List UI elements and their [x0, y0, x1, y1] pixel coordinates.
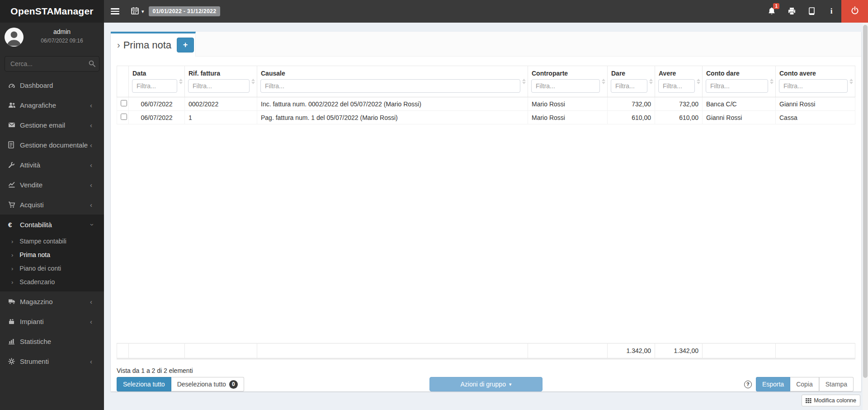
- sort-arrows-icon[interactable]: [522, 78, 526, 85]
- row-checkbox[interactable]: [121, 100, 127, 106]
- total-empty: [117, 343, 129, 358]
- sort-arrows-icon[interactable]: [251, 78, 255, 85]
- scrollbar[interactable]: [863, 23, 868, 410]
- sidebar-item-magazzino[interactable]: Magazzino ‹: [0, 291, 104, 311]
- filter-controparte-input[interactable]: [531, 79, 600, 93]
- sidebar-item-piano-dei-conti[interactable]: › Piano dei conti: [0, 262, 104, 275]
- add-record-button[interactable]: +: [177, 38, 194, 52]
- sidebar-item-anagrafiche[interactable]: Anagrafiche ‹: [0, 95, 104, 115]
- sidebar-item-impianti[interactable]: Impianti ‹: [0, 311, 104, 331]
- total-empty: [528, 343, 608, 358]
- filter-dare-input[interactable]: [611, 79, 647, 93]
- col-header-rif-fattura[interactable]: Rif. fattura: [185, 66, 257, 97]
- sort-arrows-icon[interactable]: [179, 78, 183, 85]
- filter-conto-avere-input[interactable]: [779, 79, 848, 93]
- search-icon[interactable]: [88, 60, 96, 69]
- sidebar-toggle-button[interactable]: [104, 0, 126, 23]
- total-empty: [703, 343, 776, 358]
- select-all-button[interactable]: Seleziona tutto: [117, 377, 171, 391]
- sidebar-item-statistiche[interactable]: Statistiche: [0, 331, 104, 351]
- sidebar-item-attivita[interactable]: Attività ‹: [0, 155, 104, 175]
- total-empty: [257, 343, 528, 358]
- selected-count-badge: 0: [229, 380, 238, 389]
- table-row[interactable]: 06/07/2022 0002/2022 Inc. fattura num. 0…: [117, 97, 855, 111]
- col-header-conto-dare[interactable]: Conto dare: [703, 66, 776, 97]
- date-range-badge[interactable]: 01/01/2022 - 31/12/2022: [149, 6, 221, 16]
- grid-icon: [806, 398, 811, 403]
- hamburger-icon: [111, 7, 119, 16]
- sidebar-item-strumenti[interactable]: Strumenti ‹: [0, 351, 104, 371]
- sort-arrows-icon[interactable]: [602, 78, 606, 85]
- tab-strip: › Prima nota +: [111, 32, 861, 57]
- submenu-item-label: Prima nota: [19, 251, 50, 258]
- sidebar-item-label: Dashboard: [20, 81, 104, 89]
- sidebar-item-scadenzario[interactable]: › Scadenzario: [0, 275, 104, 289]
- filter-rif-fattura-input[interactable]: [188, 79, 250, 93]
- docs-button[interactable]: [802, 0, 821, 23]
- tab-prima-nota[interactable]: › Prima nota +: [111, 32, 196, 57]
- group-actions-button[interactable]: Azioni di gruppo ▾: [429, 377, 542, 391]
- sidebar-item-gestione-email[interactable]: Gestione email ‹: [0, 115, 104, 135]
- logout-button[interactable]: [841, 0, 868, 23]
- table-row[interactable]: 06/07/2022 1 Pag. fattura num. 1 del 05/…: [117, 111, 855, 124]
- row-checkbox[interactable]: [121, 114, 127, 120]
- truck-icon: [8, 298, 20, 305]
- gear-icon: [8, 358, 20, 365]
- submenu-item-label: Stampe contabili: [19, 238, 66, 245]
- actions-bar: Seleziona tutto Deseleziona tutto 0 Azio…: [117, 377, 855, 392]
- notifications-button[interactable]: 1: [762, 0, 782, 23]
- column-label: Conto avere: [776, 66, 855, 77]
- info-button[interactable]: i: [821, 0, 841, 23]
- sidebar-item-dashboard[interactable]: Dashboard: [0, 75, 104, 95]
- calendar-button[interactable]: ▾: [126, 0, 146, 23]
- col-header-conto-avere[interactable]: Conto avere: [776, 66, 855, 97]
- filter-data-input[interactable]: [132, 79, 177, 93]
- chevron-left-icon: ‹: [90, 101, 92, 109]
- sidebar-item-stampe-contabili[interactable]: › Stampe contabili: [0, 234, 104, 248]
- sidebar-item-label: Statistiche: [20, 338, 104, 345]
- cell-conto-dare: Banca C/C: [703, 97, 776, 111]
- chevron-right-icon: ›: [11, 279, 13, 286]
- app-logo[interactable]: OpenSTAManager: [0, 0, 104, 23]
- chevron-right-icon: ›: [11, 238, 13, 245]
- filter-avere-input[interactable]: [658, 79, 695, 93]
- notification-count-badge: 1: [773, 3, 779, 9]
- search-input[interactable]: [5, 56, 99, 72]
- edit-columns-button[interactable]: Modifica colonne: [802, 395, 860, 406]
- col-header-avere[interactable]: Avere: [655, 66, 703, 97]
- records-table: Data Rif. fattura Causale: [117, 66, 855, 124]
- print-button[interactable]: [782, 0, 802, 23]
- col-header-controparte[interactable]: Controparte: [528, 66, 608, 97]
- group-actions-wrap: Azioni di gruppo ▾: [429, 377, 542, 391]
- cart-icon: [8, 201, 20, 208]
- sidebar-item-vendite[interactable]: Vendite ‹: [0, 175, 104, 195]
- sidebar-item-contabilita[interactable]: € Contabilità ›: [0, 215, 104, 234]
- cell-rif-fattura: 0002/2022: [185, 97, 257, 111]
- table-header-row: Data Rif. fattura Causale: [117, 66, 855, 97]
- envelope-icon: [8, 122, 20, 128]
- cell-causale: Pag. fattura num. 1 del 05/07/2022 (Mari…: [257, 111, 528, 124]
- copy-button[interactable]: Copia: [790, 377, 819, 391]
- print-table-button[interactable]: Stampa: [819, 377, 854, 391]
- sidebar-search: [5, 56, 99, 72]
- sort-arrows-icon[interactable]: [649, 78, 653, 85]
- sidebar-item-acquisti[interactable]: Acquisti ‹: [0, 195, 104, 215]
- filter-causale-input[interactable]: [260, 79, 520, 93]
- help-icon[interactable]: ?: [744, 381, 752, 388]
- col-header-dare[interactable]: Dare: [608, 66, 655, 97]
- scrollbar-thumb[interactable]: [863, 25, 868, 378]
- sort-arrows-icon[interactable]: [770, 78, 774, 85]
- col-header-causale[interactable]: Causale: [257, 66, 528, 97]
- sidebar-item-gestione-documentale[interactable]: Gestione documentale ‹: [0, 135, 104, 155]
- sort-arrows-icon[interactable]: [697, 78, 701, 85]
- users-icon: [8, 102, 20, 108]
- filter-conto-dare-input[interactable]: [706, 79, 768, 93]
- export-button[interactable]: Esporta: [756, 377, 790, 391]
- sidebar-item-prima-nota[interactable]: › Prima nota: [0, 248, 104, 262]
- euro-icon: €: [8, 221, 20, 229]
- avatar[interactable]: [5, 28, 24, 47]
- calendar-icon: [131, 6, 139, 17]
- col-header-data[interactable]: Data: [129, 66, 185, 97]
- deselect-all-button[interactable]: Deseleziona tutto 0: [171, 377, 244, 391]
- sort-arrows-icon[interactable]: [849, 78, 854, 85]
